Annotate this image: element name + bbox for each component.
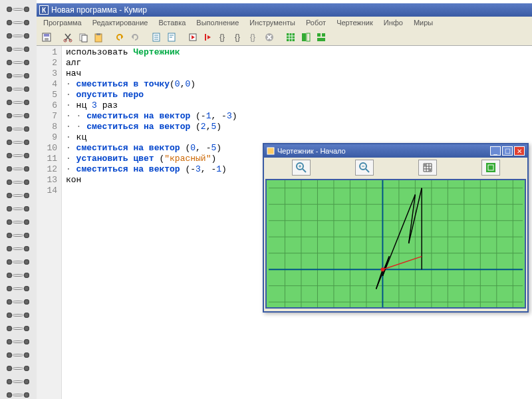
svg-text:{}: {}	[219, 33, 225, 42]
grid-icon[interactable]	[418, 160, 437, 176]
line-numbers: 1234567891011121314	[37, 46, 62, 399]
drawer-toolbar	[264, 158, 527, 178]
svg-rect-24	[287, 33, 295, 41]
run-icon[interactable]	[186, 30, 200, 45]
drawing-canvas[interactable]	[265, 179, 526, 309]
minimize-button[interactable]: _	[490, 146, 501, 156]
fit-icon[interactable]	[481, 160, 500, 176]
menu-Выполнение[interactable]: Выполнение	[191, 17, 244, 28]
window-title: Новая программа - Кумир	[51, 5, 147, 15]
svg-point-85	[380, 267, 384, 271]
doc1-icon[interactable]	[149, 30, 164, 45]
code-line[interactable]: использовать Чертежник	[66, 47, 237, 58]
menu-Редактирование[interactable]: Редактирование	[87, 17, 154, 28]
code-line[interactable]: нач	[66, 68, 237, 79]
code-line[interactable]: · сместиться на вектор (0, -5)	[66, 143, 237, 154]
svg-rect-6	[82, 35, 87, 42]
svg-rect-52	[486, 163, 495, 172]
code-area[interactable]: использовать Чертежникалгнач· сместиться…	[62, 46, 241, 399]
svg-point-51	[430, 170, 431, 171]
svg-point-50	[424, 164, 426, 166]
close-button[interactable]: ✕	[514, 146, 525, 156]
code-line[interactable]: · · сместиться на вектор (2,5)	[66, 122, 237, 132]
code-line[interactable]	[66, 186, 237, 196]
menu-Вставка[interactable]: Вставка	[153, 17, 191, 28]
menu-Чертежник[interactable]: Чертежник	[331, 17, 378, 28]
drawer-app-icon	[267, 147, 275, 155]
menu-Робот[interactable]: Робот	[301, 17, 331, 28]
grid-icon[interactable]	[283, 30, 298, 45]
braces3-icon[interactable]: {}	[247, 30, 261, 45]
code-line[interactable]: · нц 3 раз	[66, 100, 237, 111]
zoom-in-icon[interactable]	[292, 160, 311, 176]
code-line[interactable]: · сместиться в точку(0,0)	[66, 79, 237, 90]
svg-text:{}: {}	[235, 33, 240, 42]
save-icon[interactable]	[39, 30, 54, 45]
drawer-window[interactable]: Чертежник - Начало _ ☐ ✕	[263, 143, 529, 313]
canvas-svg	[267, 180, 525, 307]
svg-rect-33	[317, 38, 325, 41]
drawer-title: Чертежник - Начало	[277, 147, 346, 155]
paste-icon[interactable]	[91, 30, 106, 45]
braces1-icon[interactable]: {}	[216, 30, 231, 45]
svg-line-40	[366, 169, 369, 172]
cut-icon[interactable]	[61, 30, 75, 45]
code-line[interactable]: · сместиться на вектор (-3, -1)	[66, 164, 237, 175]
code-line[interactable]: · опустить перо	[66, 90, 237, 100]
svg-rect-1	[44, 34, 49, 37]
maximize-button[interactable]: ☐	[502, 146, 513, 156]
doc2-icon[interactable]	[164, 30, 179, 45]
app-icon: К	[39, 5, 49, 15]
svg-rect-8	[96, 33, 100, 35]
svg-rect-31	[317, 33, 321, 37]
titlebar: К Новая программа - Кумир	[37, 3, 532, 17]
redo-icon[interactable]	[128, 30, 142, 45]
svg-line-36	[303, 169, 306, 172]
menu-Инструменты[interactable]: Инструменты	[244, 17, 301, 28]
layout1-icon[interactable]	[299, 30, 313, 45]
notebook-spiral-background	[0, 0, 37, 399]
zoom-out-icon[interactable]	[355, 160, 374, 176]
svg-rect-30	[307, 33, 310, 41]
layout2-icon[interactable]	[314, 30, 329, 45]
svg-rect-2	[45, 38, 49, 41]
svg-rect-34	[267, 148, 274, 154]
copy-icon[interactable]	[76, 30, 90, 45]
braces2-icon[interactable]: {}	[231, 30, 246, 45]
main-toolbar: {} {} {}	[37, 29, 532, 46]
svg-rect-32	[322, 33, 325, 37]
code-line[interactable]: алг	[66, 58, 237, 68]
stop-icon[interactable]	[262, 30, 277, 45]
code-line[interactable]: кон	[66, 175, 237, 186]
svg-text:{}: {}	[250, 33, 255, 42]
undo-icon[interactable]	[112, 30, 127, 45]
code-line[interactable]: · · сместиться на вектор (-1, -3)	[66, 111, 237, 122]
menu-Инфо[interactable]: Инфо	[378, 17, 408, 28]
menu-Программа[interactable]: Программа	[38, 17, 87, 28]
menu-Миры[interactable]: Миры	[408, 17, 438, 28]
menubar: ПрограммаРедактированиеВставкаВыполнение…	[37, 17, 532, 29]
code-line[interactable]: · кц	[66, 132, 237, 143]
drawer-titlebar[interactable]: Чертежник - Начало _ ☐ ✕	[264, 144, 527, 158]
code-line[interactable]: · установить цвет ("красный")	[66, 154, 237, 164]
step-icon[interactable]	[201, 30, 215, 45]
svg-rect-29	[302, 33, 306, 41]
